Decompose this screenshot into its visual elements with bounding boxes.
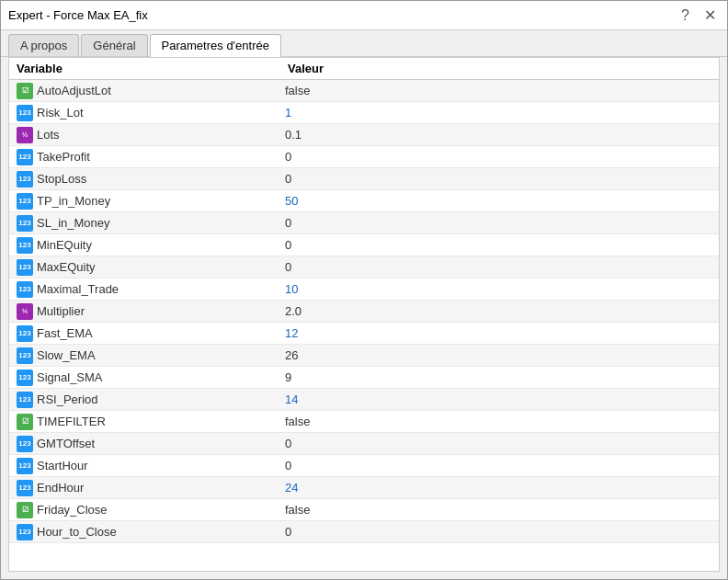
double-type-icon: ½	[17, 127, 33, 143]
int-type-icon: 123	[17, 480, 33, 496]
table-row[interactable]: ½ Multiplier 2.0	[9, 301, 719, 323]
table-header: Variable Valeur	[9, 58, 719, 80]
row-value[interactable]: 0.1	[285, 128, 711, 142]
table-row[interactable]: 123 TakeProfit 0	[9, 146, 719, 168]
row-variable-name: Risk_Lot	[37, 106, 285, 119]
row-value[interactable]: 0	[285, 238, 711, 252]
tab-parametres[interactable]: Parametres d'entrée	[150, 34, 281, 57]
row-value[interactable]: 0	[285, 525, 711, 539]
double-type-icon: ½	[17, 303, 33, 320]
int-type-icon: 123	[17, 215, 33, 232]
int-type-icon: 123	[17, 392, 33, 408]
row-value[interactable]: 0	[285, 150, 711, 164]
int-type-icon: 123	[17, 105, 33, 121]
row-variable-name: TP_in_Money	[37, 194, 285, 208]
row-variable-name: Hour_to_Close	[37, 525, 285, 539]
row-variable-name: Fast_EMA	[37, 326, 285, 340]
close-button[interactable]: ✕	[700, 8, 720, 23]
row-value[interactable]: false	[285, 415, 711, 428]
row-variable-name: Maximal_Trade	[37, 282, 285, 296]
table-row[interactable]: 123 Risk_Lot 1	[9, 102, 719, 124]
table-row[interactable]: 123 RSI_Period 14	[9, 389, 719, 411]
row-value[interactable]: 1	[285, 106, 711, 119]
row-variable-name: Signal_SMA	[37, 370, 285, 384]
table-row[interactable]: ☑ AutoAdjustLot false	[9, 80, 719, 102]
row-variable-name: EndHour	[37, 481, 285, 495]
row-variable-name: Friday_Close	[37, 503, 285, 517]
row-value[interactable]: 2.0	[285, 304, 711, 318]
row-value[interactable]: 50	[285, 194, 711, 208]
int-type-icon: 123	[17, 281, 33, 298]
row-variable-name: RSI_Period	[37, 392, 285, 406]
row-variable-name: Lots	[37, 128, 285, 142]
int-type-icon: 123	[17, 436, 33, 452]
int-type-icon: 123	[17, 458, 33, 474]
title-bar: Expert - Force Max EA_fix ? ✕	[1, 1, 727, 30]
table-body: ☑ AutoAdjustLot false 123 Risk_Lot 1 ½ L…	[9, 80, 719, 571]
bool-type-icon: ☑	[17, 502, 33, 518]
row-value[interactable]: 26	[285, 348, 711, 362]
table-row[interactable]: 123 Fast_EMA 12	[9, 323, 719, 345]
table-row[interactable]: 123 Slow_EMA 26	[9, 345, 719, 367]
tab-bar: A propos Général Parametres d'entrée	[1, 30, 727, 57]
int-type-icon: 123	[17, 347, 33, 364]
int-type-icon: 123	[17, 149, 33, 165]
table-row[interactable]: 123 MinEQuity 0	[9, 234, 719, 256]
tab-apropos[interactable]: A propos	[8, 34, 79, 56]
row-variable-name: AutoAdjustLot	[37, 84, 285, 97]
table-row[interactable]: ☑ TIMEFILTER false	[9, 411, 719, 433]
row-value[interactable]: 0	[285, 260, 711, 274]
table-row[interactable]: 123 MaxEQuity 0	[9, 256, 719, 279]
table-row[interactable]: 123 Maximal_Trade 10	[9, 279, 719, 301]
row-variable-name: Multiplier	[37, 304, 285, 318]
row-variable-name: TIMEFILTER	[37, 415, 285, 428]
int-type-icon: 123	[17, 524, 33, 540]
table-row[interactable]: 123 GMTOffset 0	[9, 433, 719, 455]
main-window: Expert - Force Max EA_fix ? ✕ A propos G…	[0, 0, 728, 580]
help-button[interactable]: ?	[677, 8, 693, 23]
bool-type-icon: ☑	[17, 414, 33, 430]
row-variable-name: StartHour	[37, 459, 285, 472]
table-row[interactable]: 123 TP_in_Money 50	[9, 190, 719, 212]
row-variable-name: MinEQuity	[37, 238, 285, 252]
table-row[interactable]: 123 Hour_to_Close 0	[9, 521, 719, 543]
table-row[interactable]: 123 Signal_SMA 9	[9, 367, 719, 389]
header-variable: Variable	[17, 62, 288, 75]
table-row[interactable]: 123 SL_in_Money 0	[9, 212, 719, 234]
content-panel: Variable Valeur ☑ AutoAdjustLot false 12…	[8, 57, 720, 572]
table-row[interactable]: ☑ Friday_Close false	[9, 499, 719, 521]
row-value[interactable]: false	[285, 503, 711, 517]
row-value[interactable]: false	[285, 84, 711, 97]
bool-type-icon: ☑	[17, 83, 33, 99]
int-type-icon: 123	[17, 171, 33, 188]
int-type-icon: 123	[17, 325, 33, 342]
table-row[interactable]: 123 EndHour 24	[9, 477, 719, 499]
row-variable-name: GMTOffset	[37, 437, 285, 450]
row-value[interactable]: 24	[285, 481, 711, 495]
row-variable-name: StopLoss	[37, 172, 285, 186]
row-value[interactable]: 14	[285, 392, 711, 406]
int-type-icon: 123	[17, 370, 33, 386]
row-value[interactable]: 0	[285, 459, 711, 472]
row-value[interactable]: 0	[285, 172, 711, 186]
int-type-icon: 123	[17, 193, 33, 210]
row-variable-name: MaxEQuity	[37, 260, 285, 274]
header-value: Valeur	[288, 62, 711, 75]
row-variable-name: TakeProfit	[37, 150, 285, 164]
row-value[interactable]: 0	[285, 216, 711, 230]
title-controls: ? ✕	[677, 8, 720, 23]
row-value[interactable]: 12	[285, 326, 711, 340]
row-value[interactable]: 0	[285, 437, 711, 450]
table-row[interactable]: 123 StopLoss 0	[9, 168, 719, 190]
row-variable-name: Slow_EMA	[37, 348, 285, 362]
int-type-icon: 123	[17, 259, 33, 276]
row-variable-name: SL_in_Money	[37, 216, 285, 230]
tab-general[interactable]: Général	[81, 34, 147, 56]
table-row[interactable]: 123 StartHour 0	[9, 455, 719, 477]
window-title: Expert - Force Max EA_fix	[8, 8, 148, 22]
table-row[interactable]: ½ Lots 0.1	[9, 124, 719, 146]
int-type-icon: 123	[17, 237, 33, 254]
row-value[interactable]: 9	[285, 370, 711, 384]
row-value[interactable]: 10	[285, 282, 711, 296]
